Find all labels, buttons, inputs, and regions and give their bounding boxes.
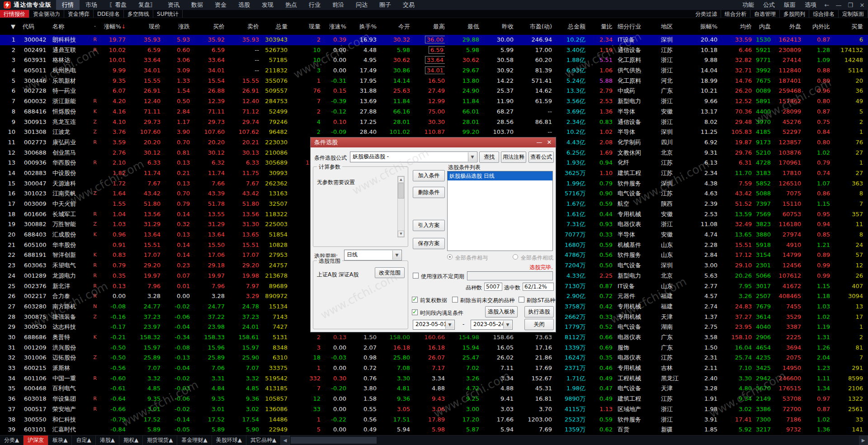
minimize-icon[interactable]: — — [833, 2, 844, 9]
table-row-301006[interactable]: 32301006迈拓股份Z-0.5025.89-0.1325.8925.9063… — [0, 353, 868, 363]
chevron-down-icon[interactable]: ▼ — [468, 152, 476, 161]
bottom-tab-0[interactable]: 分类▲ — [0, 436, 24, 445]
remove-st-checkbox[interactable] — [519, 297, 524, 303]
menu-item-14[interactable]: 交易 — [397, 0, 420, 10]
column-header-amplitude[interactable]: 振幅% — [687, 18, 717, 35]
restore-icon[interactable]: ❐ — [844, 2, 856, 9]
dialog-title-bar[interactable]: 条件选股 — [311, 137, 556, 147]
column-header-ask[interactable]: 卖价 — [225, 18, 259, 35]
bottom-tab-7[interactable]: 基金理财▲ — [177, 436, 212, 445]
bottom-tab-3[interactable]: 自定▲ — [72, 436, 95, 445]
column-header-marker[interactable]: · — [90, 18, 100, 35]
column-header-prev_close[interactable]: 昨收 — [479, 18, 514, 35]
back-icon[interactable]: ← — [821, 2, 833, 9]
dialog-close-icon[interactable]: ✕ — [545, 137, 554, 147]
chevron-down-icon[interactable]: ▼ — [445, 321, 454, 329]
toolbar-tab-4[interactable]: 多空阵线 — [124, 10, 153, 18]
dialog-minimize-icon[interactable]: — — [535, 137, 544, 147]
menu-item-0[interactable]: 行情 — [56, 0, 80, 10]
save-plan-button[interactable]: 保存方案 — [413, 238, 445, 249]
bottom-tab-8[interactable]: 美股环球▲ — [212, 436, 246, 445]
delete-condition-button[interactable]: 删除条件 — [413, 187, 445, 198]
column-header-inner[interactable]: 内盘 — [752, 18, 771, 35]
time-range-checkbox[interactable] — [412, 309, 418, 315]
toolbar-tab-0[interactable]: 行情报价 — [0, 10, 29, 18]
bottom-tab-5[interactable]: 期权▲ — [119, 436, 143, 445]
horizontal-scrollbar[interactable] — [290, 436, 859, 445]
table-row-300042[interactable]: 1300042朗科科技R19.7735.935.9335.9235.933039… — [0, 35, 868, 45]
menu-item-1[interactable]: 市场 — [80, 0, 103, 10]
scroll-up-icon[interactable]: ▲ — [398, 176, 404, 183]
period-combobox[interactable]: 日线 ▼ — [344, 250, 402, 260]
menu-item-6[interactable]: 资金 — [209, 0, 232, 10]
column-header-vol_ratio[interactable]: 量比 — [585, 18, 613, 35]
scroll-down-icon[interactable]: ▼ — [398, 231, 404, 237]
menu-item-9[interactable]: 热点 — [279, 0, 303, 10]
menu-right-2[interactable]: 版面 — [779, 1, 800, 9]
scroll-right-icon[interactable]: ▶ — [859, 436, 868, 445]
radio-all-and[interactable] — [447, 254, 453, 260]
menu-item-4[interactable]: 资讯 — [162, 0, 185, 10]
toolbar-tab-2[interactable]: 资金博弈 — [64, 10, 94, 18]
view-formula-button[interactable]: 查看公式 — [528, 151, 554, 163]
column-header-outer[interactable]: 外盘 — [771, 18, 801, 35]
column-header-open[interactable]: 今开 — [377, 18, 410, 35]
toolbar-tab-3[interactable]: DDE排名 — [94, 10, 124, 18]
chevron-down-icon[interactable]: ▼ — [503, 321, 512, 329]
chevron-down-icon[interactable]: ▼ — [392, 251, 401, 260]
toolbar-tab-1[interactable]: 资金驱动力 — [29, 10, 64, 18]
remove-untraded-checkbox[interactable] — [452, 297, 458, 303]
import-plan-button[interactable]: 引入方案 — [413, 220, 445, 231]
menu-right-1[interactable]: 公式 — [759, 1, 779, 9]
table-row-002491[interactable]: 2002491通鼎互联R10.026.590.606.59--526730100… — [0, 45, 868, 56]
table-row-603101[interactable]: 39603101汇嘉时代-0.845.89-0.055.895.90229495… — [0, 425, 868, 435]
date-to-combobox[interactable]: 2023-05-24 ▼ — [471, 320, 513, 330]
condition-listbox[interactable]: 妖股极品选股 日线 — [447, 171, 553, 251]
menu-item-13[interactable]: 圈子 — [373, 0, 397, 10]
menu-item-5[interactable]: 数据 — [185, 0, 209, 10]
table-row-301308[interactable]: 10301308江波龙Z3.76107.603.90107.60107.6296… — [0, 127, 868, 137]
column-header-cur_vol[interactable]: 现量 — [288, 18, 321, 35]
condition-list-item[interactable]: 妖股极品选股 日线 — [448, 171, 552, 180]
table-row-600468[interactable]: 35600468百利电气-0.614.85-0.034.844.85413185… — [0, 383, 868, 394]
menu-item-11[interactable]: 前沿 — [326, 0, 350, 10]
table-row-002728[interactable]: 6002728特一药业6.0726.911.5426.8826.91509557… — [0, 86, 868, 96]
column-header-buy_vol[interactable]: 买量 — [830, 18, 863, 35]
menu-item-8[interactable]: 发现 — [256, 0, 279, 10]
close-button[interactable]: 关闭 — [524, 319, 554, 330]
table-row-001209[interactable]: 31001209洪兴股份-0.5015.97-0.0815.9615.97834… — [0, 343, 868, 353]
add-condition-button[interactable]: 加入条件 — [413, 170, 445, 181]
bottom-tab-9[interactable]: 其它品种▲ — [246, 436, 281, 445]
column-header-region[interactable]: 地区 — [659, 18, 687, 35]
find-button[interactable]: 查找 — [479, 151, 499, 163]
menu-right-0[interactable]: 功能 — [738, 1, 759, 9]
column-header-filter[interactable]: ▼ — [0, 18, 15, 35]
bottom-tab-2[interactable]: 板块▲ — [48, 436, 72, 445]
menu-item-3[interactable]: 复盘〗 — [132, 0, 162, 10]
scrollbar-thumb[interactable] — [291, 437, 377, 444]
table-row-000517[interactable]: 37000517荣安地产R-0.663.01-0.023.013.0213608… — [0, 404, 868, 415]
menu-item-2[interactable]: 〖看盘 — [103, 0, 132, 10]
bottom-tab-6[interactable]: 期货现货▲ — [143, 436, 177, 445]
toolbar-right-1[interactable]: 组合分析 — [721, 10, 750, 18]
column-header-high[interactable]: 最高 — [410, 18, 445, 35]
column-header-pe[interactable]: 市盈(动) — [514, 18, 552, 35]
column-header-ratio[interactable]: 内外比 — [801, 18, 830, 35]
usage-note-button[interactable]: 用法注释 — [501, 151, 526, 163]
table-row-688416[interactable]: 8688416恒烁股份K4.1671.112.8471.1171.1252499… — [0, 107, 868, 117]
unfixed-period-input[interactable] — [467, 271, 553, 280]
table-row-603931[interactable]: 3603931格林达10.0133.643.0633.64--57185100.… — [0, 55, 868, 66]
menu-item-7[interactable]: 选股 — [232, 0, 256, 10]
menu-item-12[interactable]: 问达 — [350, 0, 373, 10]
toolbar-right-5[interactable]: 定制版面 — [839, 10, 868, 18]
toolbar-right-2[interactable]: 自选管理 — [750, 10, 780, 18]
scroll-left-icon[interactable]: ◀ — [281, 436, 290, 445]
table-row-605011[interactable]: 4605011杭州热电9.9934.013.0934.01--21183230.… — [0, 66, 868, 76]
column-header-bid[interactable]: 买价 — [190, 18, 225, 35]
table-row-300913[interactable]: 9300913兆龙互连Z4.1029.731.1729.7329.7479246… — [0, 117, 868, 128]
column-header-volume[interactable]: 总量 — [259, 18, 288, 35]
execute-select-button[interactable]: 执行选股 — [524, 306, 554, 317]
bottom-tab-1[interactable]: 沪深京 — [24, 436, 48, 445]
menu-item-10[interactable]: 行业 — [303, 0, 326, 10]
toolbar-right-0[interactable]: 分类过滤 — [692, 10, 721, 18]
